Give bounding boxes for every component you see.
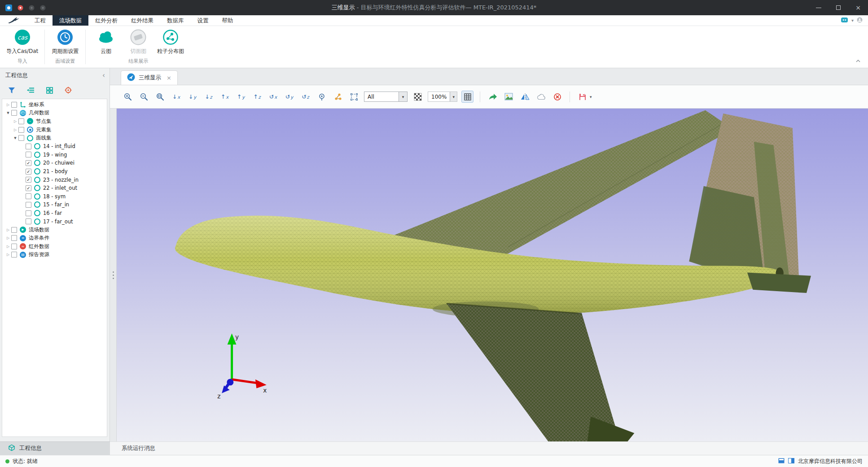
zoom-in-icon[interactable] — [122, 91, 134, 103]
tree-item-12[interactable]: 15 - far_in — [2, 201, 107, 209]
tree-item-1[interactable]: ▼几何数据 — [2, 109, 107, 118]
list-icon[interactable] — [26, 86, 35, 95]
zoom-out-icon[interactable] — [138, 91, 150, 103]
tree-item-7[interactable]: ✓20 - chuiwei — [2, 159, 107, 167]
probe-icon[interactable] — [316, 91, 328, 103]
rotate-x[interactable]: ↺x — [267, 91, 279, 103]
zoom-level-select[interactable]: 100%▾ — [428, 92, 457, 102]
ribbon-button-2-0[interactable]: 云图 — [92, 29, 120, 55]
filter-icon[interactable] — [7, 86, 16, 95]
tree-item-3[interactable]: ▷元素集 — [2, 126, 107, 134]
tree-expander-icon[interactable]: ▷ — [5, 253, 11, 257]
tree-checkbox[interactable] — [18, 127, 24, 133]
tree-expander-icon[interactable]: ▼ — [5, 111, 11, 115]
tree-checkbox[interactable]: ✓ — [26, 185, 31, 191]
mirror-icon[interactable] — [519, 91, 531, 103]
tree-checkbox[interactable] — [18, 135, 24, 141]
display-filter-select[interactable]: All▾ — [364, 92, 408, 102]
save-dropdown-button[interactable]: ▾ — [576, 91, 592, 103]
tree-expander-icon[interactable]: ▷ — [5, 236, 11, 240]
target-icon[interactable] — [64, 86, 73, 95]
menu-tab-6[interactable]: 帮助 — [215, 15, 240, 26]
tree-checkbox[interactable] — [11, 227, 17, 233]
ribbon-collapse-icon[interactable] — [855, 58, 861, 64]
menu-tab-3[interactable]: 红外结果 — [124, 15, 160, 26]
status-layout-icon-2[interactable] — [788, 458, 794, 465]
tree-item-5[interactable]: 14 - int_fluid — [2, 142, 107, 151]
tree-expander-icon[interactable]: ▷ — [5, 228, 11, 232]
tree-checkbox[interactable] — [26, 152, 31, 157]
tree-checkbox[interactable] — [26, 193, 31, 199]
record-dot-icon[interactable] — [18, 5, 23, 11]
assistant-icon[interactable] — [841, 17, 848, 24]
tool-dot-icon-1[interactable] — [29, 5, 35, 11]
tree-checkbox[interactable] — [11, 252, 17, 258]
zoom-fit-icon[interactable] — [154, 91, 166, 103]
box-select-icon[interactable] — [348, 91, 360, 103]
cancel-icon[interactable] — [551, 91, 563, 103]
view-x-up[interactable]: ↑x — [219, 91, 231, 103]
tree-item-4[interactable]: ▼面线集 — [2, 134, 107, 142]
tree-item-0[interactable]: ▷坐标系 — [2, 100, 107, 109]
tree-checkbox[interactable] — [11, 235, 17, 241]
tree-expander-icon[interactable]: ▷ — [5, 103, 11, 107]
user-circle-icon[interactable] — [857, 17, 863, 24]
tree-expander-icon[interactable]: ▼ — [12, 136, 18, 140]
tree-expander-icon[interactable]: ▷ — [12, 128, 18, 132]
menu-tab-4[interactable]: 数据库 — [160, 15, 191, 26]
document-tab-3d-view[interactable]: 三维显示 × — [121, 70, 178, 85]
view-x-down[interactable]: ↓x — [170, 91, 182, 103]
rotate-y[interactable]: ↺y — [283, 91, 295, 103]
tree-item-11[interactable]: 18 - sym — [2, 192, 107, 201]
tree-checkbox[interactable]: ✓ — [26, 177, 31, 183]
menu-tab-5[interactable]: 设置 — [191, 15, 215, 26]
view-z-down[interactable]: ↓z — [202, 91, 215, 103]
maximize-button[interactable] — [829, 0, 848, 15]
tree-item-10[interactable]: ✓22 - inlet_out — [2, 184, 107, 192]
tree-checkbox[interactable] — [26, 202, 31, 208]
tree-checkbox[interactable] — [11, 102, 17, 108]
tree-checkbox[interactable]: ✓ — [26, 160, 31, 166]
close-button[interactable]: × — [848, 0, 868, 15]
ribbon-button-1-0[interactable]: 周期面设置 — [51, 29, 79, 55]
panel-collapse-icon[interactable]: ‹ — [102, 72, 105, 79]
menubar-caret-icon[interactable]: ▾ — [851, 18, 854, 23]
tree-item-6[interactable]: 19 - wing — [2, 151, 107, 159]
snapshot-icon[interactable] — [503, 91, 515, 103]
tree-item-2[interactable]: ▷–节点集 — [2, 117, 107, 126]
tree-expander-icon[interactable]: ▷ — [12, 119, 18, 123]
tree-checkbox[interactable] — [11, 110, 17, 116]
minimize-button[interactable] — [809, 0, 829, 15]
menu-tab-0[interactable]: 工程 — [28, 15, 53, 26]
tree-item-13[interactable]: 16 - far — [2, 209, 107, 218]
checker-icon[interactable] — [412, 91, 424, 103]
tree-item-15[interactable]: ▷▶流场数据 — [2, 226, 107, 234]
tree-checkbox[interactable] — [26, 144, 31, 149]
dropdown-arrow-icon[interactable]: ▾ — [450, 92, 457, 101]
tool-dot-icon-2[interactable] — [40, 5, 46, 11]
tree-item-16[interactable]: ▷≡边界条件 — [2, 234, 107, 243]
view-z-up[interactable]: ↑z — [251, 91, 263, 103]
tab-close-icon[interactable]: × — [167, 74, 171, 81]
panel-splitter[interactable] — [110, 109, 117, 441]
export-icon[interactable] — [487, 91, 499, 103]
tree-item-14[interactable]: 17 - far_out — [2, 217, 107, 226]
viewport-3d[interactable]: x y z — [117, 109, 868, 441]
tree-checkbox[interactable] — [11, 244, 17, 249]
tree-item-8[interactable]: ✓21 - body — [2, 167, 107, 176]
view-y-up[interactable]: ↑y — [235, 91, 247, 103]
view-y-down[interactable]: ↓y — [186, 91, 198, 103]
project-panel-bottom-tab[interactable]: 工程信息 — [0, 441, 110, 455]
tree-item-18[interactable]: ▷▤报告资源 — [2, 251, 107, 259]
grid-icon[interactable] — [45, 86, 54, 95]
menu-tab-1[interactable]: 流场数据 — [53, 15, 88, 26]
status-layout-icon-1[interactable] — [778, 458, 785, 465]
ribbon-button-2-2[interactable]: 粒子分布图 — [157, 29, 184, 55]
tree-checkbox[interactable] — [26, 218, 31, 224]
molecule-icon[interactable] — [332, 91, 344, 103]
rotate-z[interactable]: ↺z — [299, 91, 311, 103]
menu-tab-2[interactable]: 红外分析 — [88, 15, 124, 26]
tree-checkbox[interactable] — [26, 210, 31, 216]
tree-item-17[interactable]: ▷≈红外数据 — [2, 242, 107, 251]
ribbon-button-0-0[interactable]: cas导入Cas/Dat — [6, 29, 38, 55]
